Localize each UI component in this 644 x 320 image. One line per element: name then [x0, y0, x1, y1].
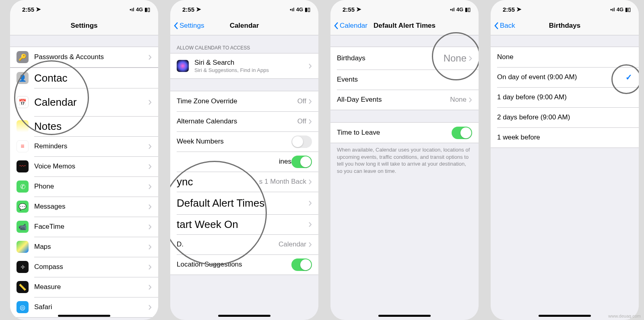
- back-button[interactable]: Back: [494, 22, 515, 30]
- network-label: 4G: [296, 6, 303, 12]
- home-indicator[interactable]: [58, 315, 110, 317]
- network-label: 4G: [136, 6, 143, 12]
- row-start-week-on[interactable]: tart Week On: [170, 214, 318, 234]
- toggle-time-to-leave[interactable]: [452, 127, 472, 139]
- row-compass[interactable]: ✧ Compass: [10, 257, 158, 277]
- nav-title: Default Alert Times: [374, 22, 436, 30]
- row-default-calendar[interactable]: D. Calendar: [170, 234, 318, 254]
- location-icon: ➤: [356, 6, 361, 13]
- row-siri-search[interactable]: Siri & Search Siri & Suggestions, Find i…: [170, 53, 318, 78]
- row-safari[interactable]: ◎ Safari: [10, 297, 158, 317]
- option-1-week-before[interactable]: 1 week before: [491, 127, 639, 148]
- chevron-icon: [309, 64, 312, 69]
- chevron-icon: [149, 204, 152, 209]
- chevron-icon: [149, 265, 152, 270]
- chevron-icon: [149, 100, 152, 105]
- row-all-day-events[interactable]: All-Day Events None: [330, 90, 479, 110]
- battery-icon: ▮▯: [625, 6, 631, 12]
- status-bar: 2:55➤ •ıl4G▮▯: [10, 0, 158, 16]
- maps-icon: [17, 241, 29, 253]
- chevron-icon: [149, 305, 152, 310]
- location-icon: ➤: [516, 6, 522, 13]
- status-bar: 2:55➤ •ıl4G▮▯: [170, 0, 318, 16]
- row-sync[interactable]: ync s 1 Month Back: [170, 172, 318, 192]
- battery-icon: ▮▯: [305, 6, 310, 12]
- row-maps[interactable]: Maps: [10, 237, 158, 257]
- siri-icon: [177, 60, 189, 72]
- chevron-icon: [149, 285, 152, 290]
- chevron-icon: [469, 56, 472, 61]
- compass-icon: ✧: [17, 261, 29, 273]
- row-location-suggestions[interactable]: Location Suggestions: [170, 254, 318, 275]
- row-events[interactable]: Events: [330, 70, 479, 90]
- chevron-icon: [149, 224, 152, 230]
- row-voice-memos[interactable]: 〰 Voice Memos: [10, 156, 158, 176]
- nav-bar: Calendar Default Alert Times: [330, 16, 479, 35]
- reminders-icon: ≡: [17, 140, 29, 152]
- home-indicator[interactable]: [378, 315, 431, 317]
- row-time-to-leave[interactable]: Time to Leave: [330, 123, 479, 143]
- home-indicator[interactable]: [539, 315, 591, 317]
- row-calendar[interactable]: 📅 Calendar: [10, 88, 158, 116]
- watermark: www.deuaq.com: [608, 314, 641, 318]
- status-time: 2:55: [343, 6, 355, 13]
- chevron-icon: [149, 55, 152, 60]
- chevron-icon: [149, 244, 152, 250]
- phone-settings: 2:55➤ •ıl4G▮▯ Settings 🔑 Passwords & Acc…: [10, 0, 158, 320]
- safari-icon: ◎: [17, 301, 29, 313]
- section-header: ALLOW CALENDAR TO ACCESS: [170, 35, 318, 53]
- calendar-icon: 📅: [17, 96, 29, 108]
- row-measure[interactable]: 📏 Measure: [10, 277, 158, 297]
- nav-title: Calendar: [230, 22, 259, 30]
- row-default-alert-times[interactable]: Default Alert Times: [170, 192, 318, 214]
- phone-birthdays: 2:55➤ •ıl4G▮▯ Back Birthdays None On day…: [491, 0, 639, 320]
- back-button[interactable]: Settings: [173, 22, 204, 30]
- row-messages[interactable]: 💬 Messages: [10, 197, 158, 217]
- row-birthdays[interactable]: Birthdays None: [330, 47, 479, 70]
- network-label: 4G: [456, 6, 463, 12]
- chevron-icon: [309, 99, 312, 104]
- battery-icon: ▮▯: [465, 6, 471, 12]
- row-phone[interactable]: ✆ Phone: [10, 176, 158, 197]
- row-facetime[interactable]: 📹 FaceTime: [10, 217, 158, 237]
- chevron-icon: [309, 201, 312, 206]
- option-1-day-before[interactable]: 1 day before (9:00 AM): [491, 87, 639, 107]
- option-on-day[interactable]: On day of event (9:00 AM) ✓: [491, 67, 639, 87]
- row-alternate-calendars[interactable]: Alternate Calendars Off: [170, 111, 318, 131]
- messages-icon: 💬: [17, 201, 29, 213]
- chevron-icon: [309, 222, 312, 227]
- row-show-declines[interactable]: ines: [170, 152, 318, 172]
- signal-icon: •ıl: [610, 6, 615, 12]
- location-icon: ➤: [36, 6, 41, 13]
- home-indicator[interactable]: [218, 315, 270, 317]
- chevron-icon: [309, 119, 312, 124]
- contacts-icon: 👤: [17, 72, 29, 84]
- row-week-numbers[interactable]: Week Numbers: [170, 131, 318, 152]
- back-button[interactable]: Calendar: [334, 22, 367, 30]
- toggle-location-suggestions[interactable]: [291, 258, 312, 271]
- chevron-icon: [149, 164, 152, 169]
- nav-bar: Settings Calendar: [170, 16, 318, 35]
- phone-calendar-settings: 2:55➤ •ıl4G▮▯ Settings Calendar ALLOW CA…: [170, 0, 318, 320]
- row-reminders[interactable]: ≡ Reminders: [10, 136, 158, 156]
- row-time-zone-override[interactable]: Time Zone Override Off: [170, 91, 318, 111]
- option-none[interactable]: None: [491, 47, 639, 67]
- notes-icon: [17, 120, 29, 132]
- battery-icon: ▮▯: [144, 6, 150, 12]
- status-time: 2:55: [22, 6, 34, 13]
- measure-icon: 📏: [17, 281, 29, 293]
- row-contacts[interactable]: 👤 Contac: [10, 68, 158, 88]
- status-time: 2:55: [503, 6, 515, 13]
- option-2-days-before[interactable]: 2 days before (9:00 AM): [491, 107, 639, 127]
- toggle-week-numbers[interactable]: [291, 135, 312, 148]
- chevron-icon: [309, 179, 312, 185]
- location-icon: ➤: [196, 6, 201, 13]
- row-passwords-accounts[interactable]: 🔑 Passwords & Accounts: [10, 47, 158, 67]
- phone-default-alert-times: 2:55➤ •ıl4G▮▯ Calendar Default Alert Tim…: [330, 0, 479, 320]
- phone-icon: ✆: [17, 181, 29, 193]
- chevron-icon: [469, 97, 472, 103]
- toggle-declines[interactable]: [291, 156, 312, 168]
- checkmark-icon: ✓: [625, 72, 632, 82]
- row-notes[interactable]: Notes: [10, 116, 158, 136]
- chevron-icon: [149, 184, 152, 189]
